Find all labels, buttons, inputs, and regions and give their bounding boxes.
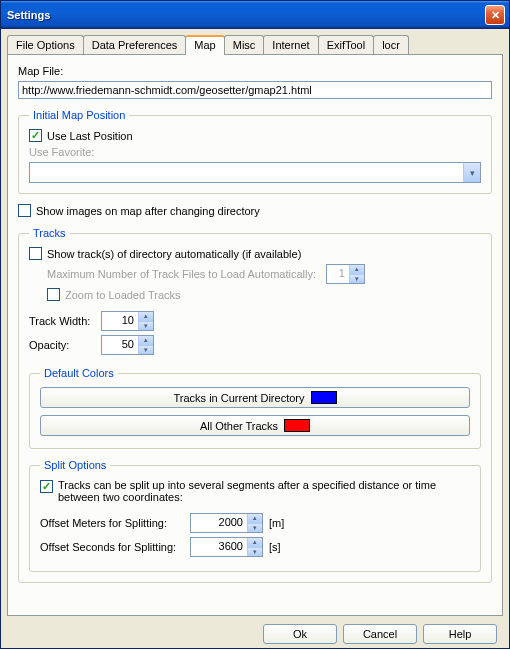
default-colors-legend: Default Colors [40,367,118,379]
tab-map[interactable]: Map [185,35,224,55]
close-button[interactable]: ✕ [485,5,505,25]
tab-data-preferences[interactable]: Data Preferences [83,35,187,54]
close-icon: ✕ [491,9,500,22]
color-swatch-current [311,391,337,404]
use-favorite-combo: ▾ [29,162,481,183]
show-images-row[interactable]: Show images on map after changing direct… [18,204,492,217]
show-images-label: Show images on map after changing direct… [36,205,260,217]
use-last-position-row[interactable]: Use Last Position [29,129,481,142]
chevron-up-icon: ▴ [349,265,364,275]
chevron-down-icon: ▾ [463,163,480,182]
map-file-label: Map File: [18,65,63,77]
cancel-button[interactable]: Cancel [343,624,417,644]
window-title: Settings [7,9,485,21]
tab-exiftool[interactable]: ExifTool [318,35,375,54]
default-colors-group: Default Colors Tracks in Current Directo… [29,367,481,449]
show-tracks-auto-checkbox[interactable] [29,247,42,260]
track-width-label: Track Width: [29,315,101,327]
split-enable-checkbox[interactable] [40,480,53,493]
zoom-loaded-label: Zoom to Loaded Tracks [65,289,181,301]
chevron-up-icon[interactable]: ▴ [138,312,153,322]
show-tracks-auto-label: Show track(s) of directory automatically… [47,248,301,260]
help-button[interactable]: Help [423,624,497,644]
tracks-other-color-button[interactable]: All Other Tracks [40,415,470,436]
offset-meters-unit: [m] [269,517,284,529]
chevron-down-icon[interactable]: ▾ [138,346,153,355]
client-area: File Options Data Preferences Map Misc I… [1,29,509,648]
settings-window: Settings ✕ File Options Data Preferences… [0,0,510,649]
show-images-checkbox[interactable] [18,204,31,217]
chevron-down-icon: ▾ [349,275,364,284]
offset-seconds-spinner[interactable]: 3600 ▴▾ [190,537,263,557]
max-files-spinner: 1 ▴▾ [326,264,365,284]
max-files-label: Maximum Number of Track Files to Load Au… [47,268,316,280]
titlebar[interactable]: Settings ✕ [1,1,509,29]
chevron-down-icon[interactable]: ▾ [247,524,262,533]
split-enable-label: Tracks can be split up into several segm… [58,479,470,503]
tab-file-options[interactable]: File Options [7,35,84,54]
tab-locr[interactable]: locr [373,35,409,54]
offset-seconds-unit: [s] [269,541,281,553]
use-favorite-label: Use Favorite: [29,146,94,158]
chevron-up-icon[interactable]: ▴ [247,514,262,524]
split-enable-row[interactable]: Tracks can be split up into several segm… [40,479,470,503]
tracks-current-color-button[interactable]: Tracks in Current Directory [40,387,470,408]
use-last-position-checkbox[interactable] [29,129,42,142]
offset-seconds-label: Offset Seconds for Splitting: [40,541,190,553]
map-file-input[interactable] [18,81,492,99]
dialog-button-row: Ok Cancel Help [7,616,503,644]
tracks-legend: Tracks [29,227,70,239]
offset-meters-label: Offset Meters for Splitting: [40,517,190,529]
tracks-group: Tracks Show track(s) of directory automa… [18,227,492,583]
tab-internet[interactable]: Internet [263,35,318,54]
tab-page-map: Map File: Initial Map Position Use Last … [7,54,503,616]
tab-strip: File Options Data Preferences Map Misc I… [7,35,503,54]
color-swatch-other [284,419,310,432]
split-options-legend: Split Options [40,459,110,471]
offset-meters-spinner[interactable]: 2000 ▴▾ [190,513,263,533]
chevron-down-icon[interactable]: ▾ [247,548,262,557]
initial-position-legend: Initial Map Position [29,109,129,121]
use-last-position-label: Use Last Position [47,130,133,142]
show-tracks-auto-row[interactable]: Show track(s) of directory automatically… [29,247,481,260]
opacity-label: Opacity: [29,339,101,351]
opacity-spinner[interactable]: 50 ▴▾ [101,335,154,355]
ok-button[interactable]: Ok [263,624,337,644]
chevron-up-icon[interactable]: ▴ [138,336,153,346]
tab-misc[interactable]: Misc [224,35,265,54]
chevron-up-icon[interactable]: ▴ [247,538,262,548]
initial-position-group: Initial Map Position Use Last Position U… [18,109,492,194]
chevron-down-icon[interactable]: ▾ [138,322,153,331]
split-options-group: Split Options Tracks can be split up int… [29,459,481,572]
track-width-spinner[interactable]: 10 ▴▾ [101,311,154,331]
zoom-loaded-checkbox [47,288,60,301]
